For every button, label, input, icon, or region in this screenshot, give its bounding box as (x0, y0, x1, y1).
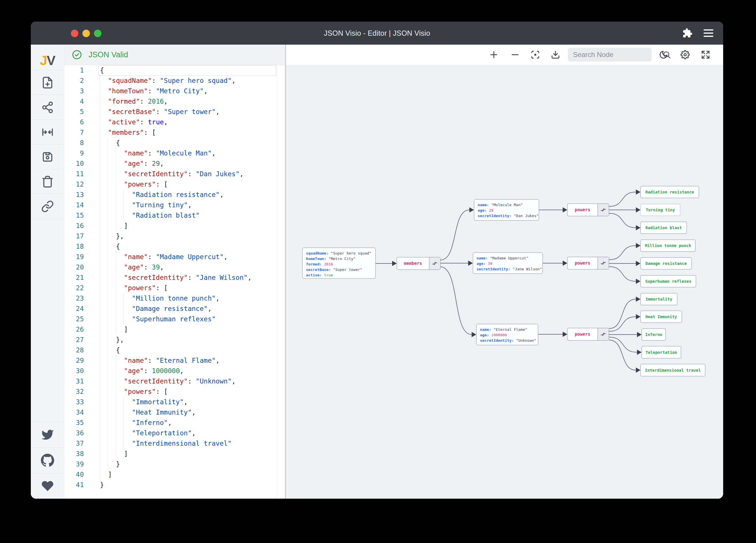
editor-line[interactable]: 10 "age": 29, (64, 158, 285, 169)
dark-mode-toggle[interactable] (655, 47, 672, 63)
editor-line[interactable]: 27 }, (64, 334, 285, 345)
editor-line[interactable]: 11 "secretIdentity": "Dan Jukes", (64, 169, 285, 179)
graph-leaf-node[interactable]: Radiation resistance (640, 186, 699, 198)
line-number: 4 (64, 96, 100, 107)
editor-line[interactable]: 12 "powers": [ (64, 179, 285, 190)
collapse-node-button[interactable] (429, 258, 440, 270)
titlebar: JSON Visio - Editor | JSON Visio (31, 22, 723, 45)
graph-leaf-node[interactable]: Teleportation (642, 346, 681, 358)
graph-object-node[interactable]: name: "Madame Uppercut"age: 39secretIden… (473, 253, 543, 274)
editor-line[interactable]: 15 "Radiation blast" (64, 210, 285, 221)
editor-line[interactable]: 16 ] (64, 221, 285, 231)
copy-link-button[interactable] (31, 194, 64, 219)
screen: JSON Visio - Editor | JSON Visio JV (0, 0, 756, 543)
graph-leaf-node[interactable]: Heat Immunity (640, 311, 682, 323)
settings-button[interactable] (677, 47, 693, 63)
line-number: 37 (64, 438, 100, 449)
editor-line[interactable]: 26 ] (64, 324, 285, 334)
editor-line[interactable]: 6 "active": true, (64, 117, 285, 127)
editor-line[interactable]: 35 "Inferno", (64, 417, 285, 428)
fold-width-button[interactable] (31, 120, 64, 144)
share-button[interactable] (31, 95, 64, 120)
graph-key-node-powers[interactable]: powers (567, 257, 609, 270)
collapse-node-button[interactable] (598, 257, 609, 269)
graph-leaf-node[interactable]: Radiation blast (640, 222, 687, 234)
extensions-icon[interactable] (682, 28, 693, 38)
app-logo[interactable]: JV (40, 51, 55, 70)
fullscreen-button[interactable] (698, 47, 714, 63)
graph-leaf-node[interactable]: Superhuman reflexes (640, 275, 696, 287)
search-node-input[interactable] (568, 51, 662, 59)
zoom-out-button[interactable] (507, 47, 523, 63)
graph-key-node-powers[interactable]: powers (567, 328, 609, 340)
twitter-button[interactable] (31, 422, 64, 447)
editor-line[interactable]: 20 "age": 39, (64, 262, 285, 272)
editor-line[interactable]: 21 "secretIdentity": "Jane Wilson", (64, 272, 285, 283)
download-image-button[interactable] (547, 47, 564, 63)
editor-line[interactable]: 41} (64, 480, 285, 490)
editor-line[interactable]: 38 ] (64, 449, 285, 459)
editor-line[interactable]: 8 { (64, 138, 285, 148)
line-number: 31 (64, 376, 100, 386)
editor-line[interactable]: 17 }, (64, 231, 285, 241)
editor-line[interactable]: 5 "secretBase": "Super tower", (64, 107, 285, 117)
editor-line[interactable]: 34 "Heat Immunity", (64, 407, 285, 417)
editor-line[interactable]: 14 "Turning tiny", (64, 200, 285, 210)
graph-object-node[interactable]: name: "Eternal Flame"age: 1000000secretI… (476, 324, 538, 345)
editor-line[interactable]: 25 "Superhuman reflexes" (64, 314, 285, 324)
graph-leaf-node[interactable]: Turning tiny (640, 204, 680, 216)
graph-leaf-node[interactable]: Damage resistance (640, 258, 692, 270)
center-view-button[interactable] (527, 47, 543, 63)
line-number: 8 (64, 138, 100, 148)
collapse-node-button[interactable] (598, 204, 609, 216)
editor-line[interactable]: 19 "name": "Madame Uppercut", (64, 252, 285, 262)
editor-line[interactable]: 31 "secretIdentity": "Unknown", (64, 376, 285, 386)
line-number: 17 (64, 231, 100, 241)
node-label: Turning tiny (646, 208, 675, 212)
editor-line[interactable]: 24 "Damage resistance", (64, 303, 285, 314)
validation-status-bar: JSON Valid (64, 45, 285, 65)
editor-line[interactable]: 37 "Interdimensional travel" (64, 438, 285, 449)
graph-leaf-node[interactable]: Inferno (642, 328, 666, 340)
collapse-node-button[interactable] (598, 328, 609, 340)
github-button[interactable] (31, 448, 64, 473)
editor-line[interactable]: 30 "age": 1000000, (64, 366, 285, 376)
focus-center-icon (531, 50, 540, 59)
menu-icon[interactable] (704, 29, 713, 37)
editor-line[interactable]: 39 } (64, 459, 285, 469)
editor-line[interactable]: 2 "squadName": "Super hero squad", (64, 75, 285, 86)
editor-line[interactable]: 32 "powers": [ (64, 386, 285, 397)
editor-line[interactable]: 33 "Immortality", (64, 397, 285, 407)
editor-line[interactable]: 3 "homeTown": "Metro City", (64, 86, 285, 96)
editor-line[interactable]: 23 "Million tonne punch", (64, 293, 285, 303)
delete-button[interactable] (31, 169, 64, 194)
editor-line[interactable]: 9 "name": "Molecule Man", (64, 148, 285, 158)
sponsor-button[interactable] (31, 473, 64, 499)
editor-line[interactable]: 13 "Radiation resistance", (64, 190, 285, 200)
editor-line[interactable]: 22 "powers": [ (64, 283, 285, 293)
editor-scrollbar[interactable] (277, 65, 277, 499)
graph-canvas[interactable]: squadName: "Super hero squad"homeTown: "… (286, 65, 723, 499)
editor-line[interactable]: 28 { (64, 345, 285, 355)
graph-leaf-node[interactable]: Immortality (640, 293, 677, 305)
line-number: 33 (64, 397, 100, 407)
editor-line[interactable]: 1{ (64, 65, 285, 75)
editor-line[interactable]: 40 ] (64, 469, 285, 480)
graph-key-node-powers[interactable]: powers (567, 204, 609, 216)
graph-key-node-members[interactable]: members (397, 257, 441, 270)
editor-line[interactable]: 7 "members": [ (64, 127, 285, 138)
graph-leaf-node[interactable]: Million tonne punch (640, 240, 695, 252)
graph-leaf-node[interactable]: Interdimensional travel (640, 364, 705, 376)
new-document-button[interactable] (31, 70, 64, 95)
save-button[interactable] (31, 145, 64, 169)
editor-line[interactable]: 29 "name": "Eternal Flame", (64, 355, 285, 366)
zoom-in-button[interactable] (486, 47, 502, 63)
editor-line[interactable]: 36 "Teleportation", (64, 428, 285, 438)
graph-object-node[interactable]: squadName: "Super hero squad"homeTown: "… (302, 248, 376, 279)
editor-line[interactable]: 4 "formed": 2016, (64, 96, 285, 107)
gear-icon (681, 50, 690, 59)
code-editor[interactable]: 1{2 "squadName": "Super hero squad",3 "h… (64, 65, 285, 499)
editor-line[interactable]: 18 { (64, 241, 285, 252)
graph-object-node[interactable]: name: "Molecule Man"age: 29secretIdentit… (474, 199, 539, 221)
heart-icon (41, 479, 54, 493)
